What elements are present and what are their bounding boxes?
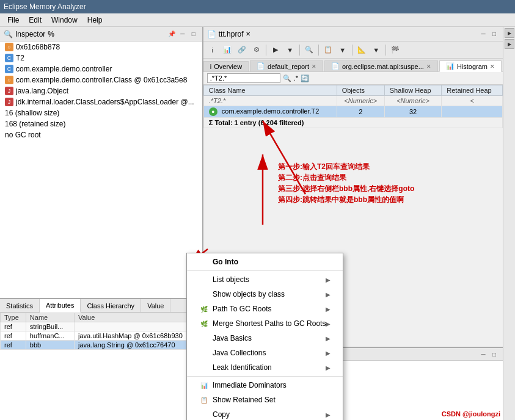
tab-attributes[interactable]: Attributes xyxy=(40,299,81,313)
ctx-java-basics[interactable]: Java Basics ▶ xyxy=(187,331,343,346)
ctx-leak[interactable]: Leak Identification ▶ xyxy=(187,360,343,375)
cell-type: ref xyxy=(1,331,26,341)
ctx-dom-icon: 📊 xyxy=(199,380,209,390)
ctx-copy[interactable]: Copy ▶ xyxy=(187,407,343,420)
ctx-show-retained[interactable]: 📋 Show Retained Set xyxy=(187,393,343,407)
list-item[interactable]: no GC root xyxy=(0,129,202,140)
minimize-right-icon[interactable]: ─ xyxy=(478,29,488,39)
tab-close-icon[interactable]: ✕ xyxy=(426,63,431,70)
toolbar-search-btn[interactable]: 🔍 xyxy=(302,43,316,57)
toolbar-measure-btn[interactable]: 📐 xyxy=(355,43,368,57)
filter-row[interactable]: .*T2.* <Numeric> <Numeric> < xyxy=(203,96,502,106)
list-item[interactable]: 16 (shallow size) xyxy=(0,107,202,118)
maximize-bottom-icon[interactable]: □ xyxy=(489,349,499,359)
ctx-arrow-icon: ▶ xyxy=(326,306,331,313)
toolbar-info-btn[interactable]: i xyxy=(206,43,219,57)
list-item[interactable]: ○ 0x61c68b878 xyxy=(0,42,202,52)
list-item[interactable]: C com.example.demo.controller xyxy=(0,63,202,74)
tab-statistics[interactable]: Statistics xyxy=(0,299,40,312)
class-name-filter-input[interactable] xyxy=(207,73,280,83)
ctx-list-icon xyxy=(199,275,209,284)
ctx-immediate-dom[interactable]: 📊 Immediate Dominators xyxy=(187,378,343,393)
ctx-merge-paths[interactable]: 🌿 Merge Shortest Paths to GC Roots ▶ xyxy=(187,316,343,331)
histogram-row-selected[interactable]: ● com.example.demo.controller.T2 2 32 xyxy=(203,106,502,118)
file-title: ttt.hprof xyxy=(219,30,244,38)
main-layout: 🔍 Inspector % 📌 ─ □ ○ 0x61c68b878 C T2 C xyxy=(0,27,515,420)
file-tab-close[interactable]: ✕ xyxy=(246,31,250,37)
pin-icon[interactable]: 📌 xyxy=(167,29,177,39)
ctx-show-objects[interactable]: Show objects by class ▶ xyxy=(187,287,343,302)
tab-close-icon[interactable]: ✕ xyxy=(490,63,495,70)
menu-edit[interactable]: Edit xyxy=(24,15,46,26)
ctx-list-objects[interactable]: List objects ▶ xyxy=(187,272,343,287)
refresh-icon[interactable]: 🔄 xyxy=(301,74,309,82)
list-item[interactable]: C T2 xyxy=(0,52,202,63)
toolbar-clipboard-dropdown[interactable]: ▼ xyxy=(336,43,349,57)
cell-type: ref xyxy=(1,322,26,331)
maximize-icon[interactable]: □ xyxy=(189,29,199,39)
col-shallow: Shallow Heap xyxy=(384,85,442,96)
tab-icon: 📄 xyxy=(331,62,340,70)
filter-icon[interactable]: 🔍 xyxy=(283,74,291,82)
list-item[interactable]: ○ com.example.demo.controller.Class @ 0x… xyxy=(0,74,202,85)
inspector-item-text: com.example.demo.controller.Class @ 0x61… xyxy=(16,76,187,84)
tab-icon: i xyxy=(210,63,211,70)
tab-icon: 📄 xyxy=(257,62,265,70)
table-row[interactable]: ref stringBuil... xyxy=(1,322,202,331)
regex-icon[interactable]: .* xyxy=(294,74,298,82)
ctx-copy-icon xyxy=(199,410,209,419)
maximize-right-icon[interactable]: □ xyxy=(489,29,499,39)
ctx-leak-icon xyxy=(199,363,209,372)
tab-histogram[interactable]: 📊 Histogram ✕ xyxy=(439,60,502,72)
ctx-item-left: Java Basics xyxy=(199,333,252,343)
ctx-java-collections[interactable]: Java Collections ▶ xyxy=(187,346,343,360)
ctx-arrow-icon: ▶ xyxy=(326,411,331,418)
ctx-java-collections-label: Java Collections xyxy=(213,349,266,357)
toolbar-clipboard-btn[interactable]: 📋 xyxy=(321,43,335,57)
ctx-path-gc[interactable]: 🌿 Path To GC Roots ▶ xyxy=(187,302,343,316)
annotation-line1: 第一步:输入T2回车查询结果 xyxy=(278,161,414,172)
ctx-item-left: 📋 Show Retained Set xyxy=(199,395,276,405)
toolbar-sep1 xyxy=(266,45,266,56)
table-row-highlighted[interactable]: ref bbb java.lang.String @ 0x61cc76470 xyxy=(1,341,202,350)
tab-default-report[interactable]: 📄 default_report ✕ xyxy=(250,60,323,71)
cell-value: java.util.HashMap @ 0x61c68b930 xyxy=(75,331,202,341)
menu-window[interactable]: Window xyxy=(46,15,82,26)
toolbar-link-btn[interactable]: 🔗 xyxy=(235,43,249,57)
cell-type: ref xyxy=(1,341,26,350)
tab-suspect[interactable]: 📄 org.eclipse.mat.api:suspe... ✕ xyxy=(324,60,438,71)
toolbar-run-btn[interactable]: ▶ xyxy=(269,43,282,57)
tab-class-hierarchy[interactable]: Class Hierarchy xyxy=(81,299,141,312)
inspector-item-text: 16 (shallow size) xyxy=(5,109,59,117)
far-right-btn-2[interactable]: ▶ xyxy=(505,39,514,49)
list-item[interactable]: J jdk.internal.loader.ClassLoaders$AppCl… xyxy=(0,96,202,107)
table-row[interactable]: ref huffmanC... java.util.HashMap @ 0x61… xyxy=(1,331,202,341)
toolbar-chart-btn[interactable]: 📊 xyxy=(221,43,234,57)
tab-close-icon[interactable]: ✕ xyxy=(312,63,316,70)
tab-label: Overview xyxy=(214,63,242,70)
menu-help[interactable]: Help xyxy=(82,15,108,26)
toolbar-flag-btn[interactable]: 🏁 xyxy=(389,43,402,57)
toolbar-measure-dropdown[interactable]: ▼ xyxy=(370,43,383,57)
list-item[interactable]: J java.lang.Object xyxy=(0,85,202,96)
toolbar-run-dropdown[interactable]: ▼ xyxy=(283,43,297,57)
ctx-arrow-icon: ▶ xyxy=(326,364,331,371)
menu-file[interactable]: File xyxy=(2,15,24,26)
ctx-java-coll-icon xyxy=(199,348,209,358)
tab-overview[interactable]: i Overview xyxy=(203,61,249,71)
minimize-icon[interactable]: ─ xyxy=(178,29,188,39)
retained-cell xyxy=(442,106,503,118)
total-text: Σ Total: 1 entry (6,204 filtered) xyxy=(203,118,502,128)
inspector-item-text: no GC root xyxy=(5,131,41,139)
histogram-toolbar: 🔍 .* 🔄 xyxy=(203,72,503,85)
inspector-percent: % xyxy=(48,30,54,38)
ctx-show-retained-label: Show Retained Set xyxy=(213,396,276,404)
menu-bar: File Edit Window Help xyxy=(0,13,515,27)
far-right-btn-1[interactable]: ▶ xyxy=(505,28,514,38)
tab-value[interactable]: Value xyxy=(141,299,170,312)
toolbar-settings-btn[interactable]: ⚙ xyxy=(250,43,263,57)
minimize-bottom-icon[interactable]: ─ xyxy=(478,349,488,359)
annotation-line3: 第三步:选择右侧栏bbb属性,右键选择goto xyxy=(278,183,414,194)
list-item[interactable]: 168 (retained size) xyxy=(0,118,202,129)
ctx-go-into[interactable]: Go Into xyxy=(187,255,343,269)
